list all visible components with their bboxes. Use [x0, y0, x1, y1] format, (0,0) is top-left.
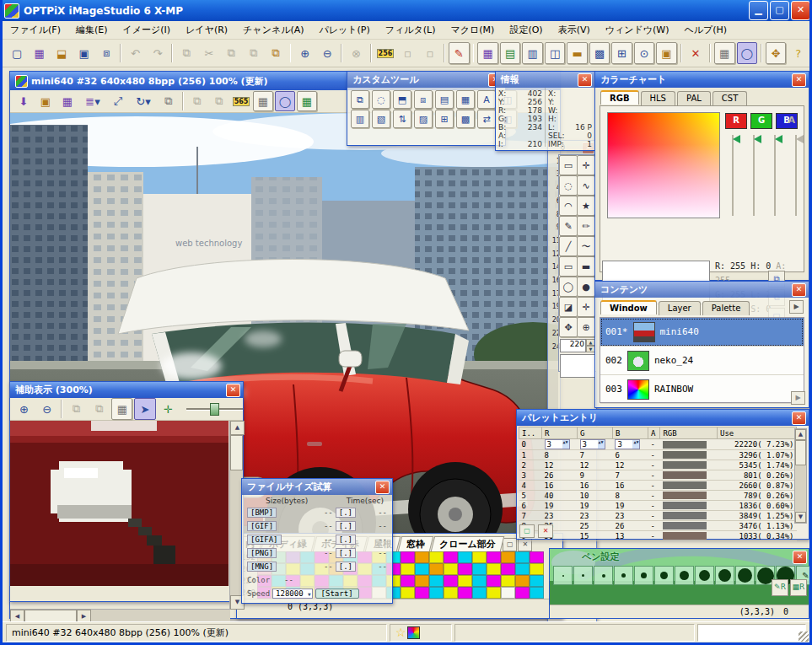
layer-menu-button[interactable]: ≣▾ — [79, 91, 106, 111]
aux-horizontal-scrollbar[interactable]: ◀ ▶ — [10, 609, 230, 622]
detail-button[interactable]: [.] — [336, 562, 356, 572]
palette-cell-0-13[interactable] — [444, 551, 458, 563]
contents-tab-layer[interactable]: Layer — [659, 301, 701, 315]
undo-button[interactable]: ↶ — [125, 42, 145, 64]
brush-button[interactable]: ✏ — [577, 216, 595, 236]
palette-entry-row-5[interactable]: 540108-789( 0.26%) — [519, 491, 797, 501]
palette-cell-2-17[interactable] — [501, 575, 515, 587]
format-label[interactable]: [PNG] — [247, 548, 277, 558]
palette-view-button[interactable]: ▦ — [297, 91, 317, 111]
copy-view2-button[interactable]: ⧉ — [89, 398, 110, 420]
custom-dither-button[interactable]: ▨ — [414, 110, 433, 128]
redo-button[interactable]: ↷ — [148, 42, 168, 64]
zoom-out-button[interactable]: ⊖ — [317, 42, 337, 64]
palette-entry-column-B[interactable]: B — [612, 427, 648, 439]
custom-export-button[interactable]: ⬒ — [393, 90, 411, 109]
palette-entry-title-bar[interactable]: パレットエントリ ✕ — [517, 410, 809, 426]
custom-palette-in-button[interactable]: ▧ — [372, 110, 390, 128]
reduce-color-button[interactable]: ⬇ — [13, 91, 34, 111]
rotate-menu-button[interactable]: ↻▾ — [130, 91, 157, 111]
crosshair-button[interactable]: ✛ — [577, 297, 595, 317]
palette-cell-0-15[interactable] — [472, 551, 487, 563]
contents-scroll-icon[interactable]: ▶ — [791, 391, 805, 405]
copy-view-button[interactable]: ⧉ — [66, 398, 87, 420]
pen-size-5-button[interactable] — [614, 566, 633, 585]
grid-view-button[interactable]: ▦ — [714, 42, 734, 64]
detail-button[interactable]: [.] — [336, 535, 356, 545]
palette-cell-1-18[interactable] — [515, 563, 530, 575]
open-file-button[interactable]: ⬓ — [51, 42, 72, 64]
cell-g-spinner[interactable]: 3▲▼ — [580, 439, 605, 449]
cell-b[interactable]: 7 — [612, 470, 648, 481]
cell-g[interactable]: 10 — [578, 491, 613, 501]
delete-entry-icon[interactable]: ✕ — [538, 524, 553, 538]
cut-button[interactable]: ✂ — [199, 42, 219, 64]
cell-g[interactable]: 12 — [578, 460, 613, 470]
custom-index-button[interactable]: ⊞ — [435, 110, 454, 128]
paste-button[interactable]: ⧉ — [221, 42, 241, 64]
palette-cell-3-18[interactable] — [515, 587, 530, 599]
cell-b[interactable]: 23 — [612, 511, 648, 521]
grid-toggle-button[interactable]: ▦ — [253, 91, 273, 111]
palette-entry-row-6[interactable]: 6191919-1836( 0.60%) — [519, 501, 797, 511]
custom-reduce-button[interactable]: ▥ — [351, 110, 369, 128]
pencil-button[interactable]: ✎ — [559, 216, 578, 236]
cell-r-spinner[interactable]: 3▲▼ — [545, 439, 570, 449]
cell-b[interactable]: 26 — [612, 521, 648, 531]
palette-cell-3-13[interactable] — [444, 587, 458, 599]
zoom-tool-button[interactable]: ⊕ — [577, 317, 595, 337]
move-button[interactable]: ✛ — [577, 155, 595, 175]
palette-cell-3-17[interactable] — [501, 587, 515, 599]
pen-size-13-button[interactable] — [695, 566, 714, 585]
palette-entry-row-3[interactable]: 32697-801( 0.26%) — [519, 470, 797, 481]
detail-button[interactable]: [.] — [336, 548, 356, 558]
palette-cell-2-14[interactable] — [458, 575, 472, 587]
loop-select-button[interactable]: ◠ — [559, 196, 578, 216]
pe-scroll-up-icon[interactable]: ▲ — [795, 429, 806, 440]
blue-slider[interactable] — [774, 135, 788, 216]
rect-select-button[interactable]: ▭ — [559, 155, 578, 175]
cell-r[interactable]: 19 — [542, 501, 578, 511]
aux-close-icon[interactable]: ✕ — [226, 384, 240, 397]
cell-r[interactable]: 12 — [542, 460, 578, 470]
new-palette-button[interactable]: ▦ — [29, 42, 49, 64]
palette-cell-2-19[interactable] — [530, 575, 544, 587]
palette-cell-2-16[interactable] — [487, 575, 501, 587]
favorites-icon[interactable]: ☆ — [395, 626, 406, 639]
rect-fill-button[interactable]: ▬ — [577, 256, 595, 277]
toggle-pen-settings-button[interactable]: ▬ — [567, 42, 587, 64]
palette-cell-1-11[interactable] — [415, 563, 429, 575]
menu-item-10[interactable]: 表示(V) — [551, 22, 598, 38]
resize-button[interactable]: ⤢ — [108, 91, 128, 111]
option-settings-button[interactable]: ✥ — [766, 42, 786, 64]
menu-item-12[interactable]: ヘルプ(H) — [676, 22, 734, 38]
palette-entry-close-icon[interactable]: ✕ — [792, 411, 806, 425]
rect-draw-button[interactable]: ▭ — [559, 256, 578, 277]
speed-select[interactable]: 128000▼ — [272, 589, 313, 599]
palette-entry-row-2[interactable]: 2121212-5345( 1.74%) — [519, 460, 797, 470]
selection-mode-button[interactable]: ◯ — [737, 42, 757, 64]
aux-zoom-view[interactable] — [10, 421, 229, 586]
green-slider[interactable] — [753, 135, 767, 216]
contents-title-bar[interactable]: コンテンツ ✕ — [595, 282, 809, 298]
palette-cell-3-15[interactable] — [472, 587, 487, 599]
cell-b[interactable]: 13 — [612, 531, 648, 541]
menu-item-5[interactable]: チャンネル(A) — [235, 22, 311, 38]
color-gradient-field[interactable] — [607, 112, 720, 218]
cell-b[interactable]: 16 — [612, 481, 648, 491]
palette-cell-3-10[interactable] — [401, 587, 415, 599]
add-entry-icon[interactable]: ▢ — [519, 524, 535, 538]
pen-settings-close-icon[interactable]: ✕ — [793, 551, 807, 564]
pen-size-7-button[interactable] — [634, 566, 653, 585]
menu-item-2[interactable]: 編集(E) — [68, 22, 116, 38]
delete-window-button[interactable]: ✕ — [686, 42, 706, 64]
info-close-icon[interactable]: ✕ — [578, 73, 592, 87]
cell-r[interactable]: 23 — [542, 511, 578, 521]
palette-cell-1-14[interactable] — [458, 563, 472, 575]
contents-tab-palette[interactable]: Palette — [702, 301, 750, 315]
color-chart-tab-pal[interactable]: PAL — [677, 91, 711, 105]
close-image-button[interactable]: ⊗ — [346, 42, 366, 64]
resize-grip[interactable] — [799, 632, 809, 642]
menu-item-1[interactable]: ファイル(F) — [3, 22, 68, 38]
maximize-button[interactable]: ▢ — [770, 1, 789, 20]
